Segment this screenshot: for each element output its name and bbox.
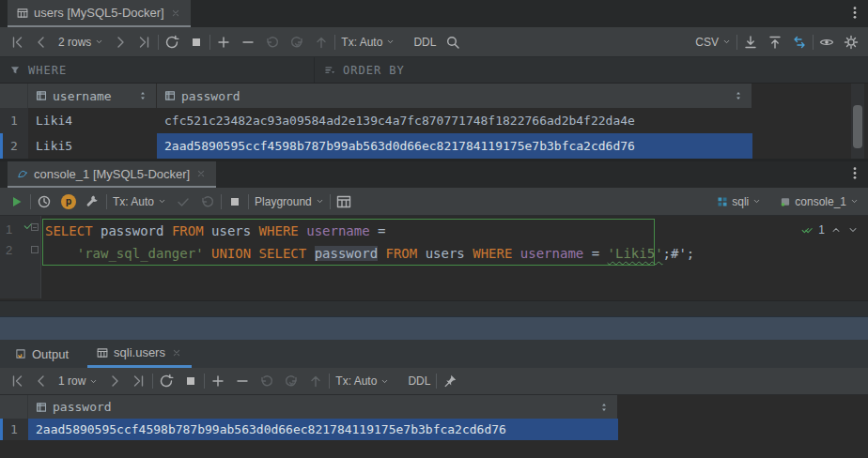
column-header-password[interactable]: password — [28, 395, 618, 419]
add-row-icon[interactable] — [210, 374, 225, 389]
where-filter-input[interactable]: WHERE — [0, 57, 314, 83]
ddl-button[interactable]: DDL — [408, 374, 430, 388]
row-number[interactable]: 1 — [0, 108, 28, 133]
last-page-icon[interactable] — [132, 374, 147, 389]
close-icon[interactable] — [171, 347, 182, 359]
row-number[interactable]: 2 — [0, 133, 28, 159]
gear-icon[interactable] — [844, 35, 859, 50]
tx-mode-dropdown[interactable]: Tx: Auto — [113, 195, 166, 208]
eye-icon[interactable] — [819, 35, 834, 50]
sort-updown-icon[interactable] — [137, 90, 148, 101]
cell-password-selected[interactable]: 2aad5890595ccf4598b787b99ab563d0d66ec821… — [28, 419, 618, 440]
tab-users-table[interactable]: users [MySQL5-Docker] — [8, 0, 191, 27]
tool-window-splitter[interactable] — [0, 316, 868, 340]
stop-icon — [227, 194, 242, 209]
sql-editor[interactable]: 1 2 SELECT password FROM users WHERE use… — [0, 216, 868, 300]
ddl-label: DDL — [408, 374, 430, 388]
output-grid-icon[interactable] — [336, 194, 351, 209]
table-icon — [17, 8, 28, 19]
users-data-grid: username password 1 Liki4 cfc521c23482ac… — [0, 84, 868, 159]
tab-console[interactable]: console_1 [MySQL5-Docker] — [8, 161, 216, 188]
cell-username[interactable]: Liki5 — [28, 133, 157, 159]
editor-footer-band — [0, 300, 868, 316]
vertical-scrollbar[interactable] — [851, 84, 864, 159]
next-page-icon[interactable] — [113, 35, 128, 50]
chevron-down-icon[interactable] — [847, 224, 859, 236]
run-play-icon[interactable] — [9, 194, 24, 209]
page-size-dropdown[interactable]: 2 rows — [58, 36, 103, 49]
sort-updown-icon[interactable] — [733, 90, 744, 101]
fold-marker[interactable] — [31, 246, 39, 253]
chevron-down-icon — [386, 38, 395, 46]
history-clock-icon[interactable] — [37, 194, 52, 209]
fold-marker[interactable] — [31, 223, 39, 231]
page-size-dropdown[interactable]: 1 row — [58, 374, 98, 388]
stop-icon — [189, 35, 204, 50]
submit-icon — [308, 374, 323, 389]
refresh-icon[interactable] — [159, 374, 174, 389]
console-tab-bar: console_1 [MySQL5-Docker] — [0, 161, 868, 188]
tab-options-kebab-icon[interactable] — [847, 166, 862, 184]
delete-row-icon[interactable] — [240, 35, 256, 50]
column-header-username[interactable]: username — [28, 84, 157, 108]
column-header-password[interactable]: password — [157, 84, 752, 108]
tab-options-kebab-icon[interactable] — [847, 5, 862, 23]
column-icon — [36, 402, 47, 413]
pin-icon[interactable] — [442, 374, 457, 389]
table-row: 1 2aad5890595ccf4598b787b99ab563d0d66ec8… — [0, 419, 868, 440]
ddl-button[interactable]: DDL — [413, 36, 436, 49]
search-icon[interactable] — [445, 35, 460, 50]
cell-username[interactable]: Liki4 — [28, 108, 157, 133]
cell-password[interactable]: cfc521c23482ac93a09584ad2e139c4a7fc87077… — [157, 108, 752, 133]
top-tab-bar: users [MySQL5-Docker] — [0, 0, 868, 27]
tx-mode-dropdown[interactable]: Tx: Auto — [335, 374, 389, 388]
prev-page-icon[interactable] — [34, 35, 49, 50]
grid-filter-row: WHERE ORDER BY — [0, 57, 868, 84]
cell-password-selected[interactable]: 2aad5890595ccf4598b787b99ab563d0d66ec821… — [157, 133, 752, 159]
delete-row-icon[interactable] — [235, 374, 250, 389]
sort-updown-icon[interactable] — [598, 402, 610, 413]
column-icon — [164, 90, 176, 101]
result-tab-bar: Output sqli.users — [0, 340, 868, 368]
download-icon[interactable] — [743, 35, 758, 50]
rollback-icon — [200, 194, 215, 209]
upload-icon[interactable] — [767, 35, 783, 50]
first-page-icon[interactable] — [9, 374, 24, 389]
refresh-icon[interactable] — [164, 35, 179, 50]
revert-icon — [289, 35, 304, 50]
chevron-up-icon[interactable] — [830, 224, 842, 236]
export-format-dropdown[interactable]: CSV — [695, 36, 731, 49]
order-by-filter-input[interactable]: ORDER BY — [314, 57, 405, 83]
code-area[interactable]: SELECT password FROM users WHERE usernam… — [45, 220, 868, 265]
row-number[interactable]: 1 — [0, 419, 28, 440]
next-page-icon[interactable] — [107, 374, 122, 389]
schema-label: sqli — [732, 195, 749, 208]
last-page-icon[interactable] — [137, 35, 152, 50]
column-label: password — [53, 400, 112, 414]
close-icon[interactable] — [170, 8, 181, 19]
first-page-icon[interactable] — [9, 35, 24, 50]
undo-icon — [265, 35, 280, 50]
add-row-icon[interactable] — [216, 35, 231, 50]
playground-dropdown[interactable]: Playground — [255, 195, 324, 208]
playground-label: Playground — [255, 195, 312, 208]
code-line: SELECT password FROM users WHERE usernam… — [45, 220, 868, 242]
order-by-placeholder: ORDER BY — [343, 64, 405, 77]
prev-page-icon[interactable] — [34, 374, 49, 389]
session-dropdown[interactable]: console_1 — [780, 195, 859, 208]
vertical-scrollbar-thumb[interactable] — [853, 105, 862, 148]
schema-dropdown[interactable]: sqli — [717, 195, 761, 208]
mysql-icon — [17, 168, 28, 179]
wrench-icon[interactable] — [85, 194, 101, 209]
close-icon[interactable] — [195, 168, 207, 179]
parameters-badge[interactable]: p — [61, 194, 76, 209]
tx-mode-dropdown[interactable]: Tx: Auto — [341, 36, 395, 49]
table-row: 2 Liki5 2aad5890595ccf4598b787b99ab563d0… — [0, 133, 868, 159]
result-count: 1 — [818, 223, 825, 237]
tab-output[interactable]: Output — [6, 340, 78, 368]
column-label: username — [53, 89, 112, 103]
compare-icon[interactable] — [792, 35, 807, 50]
code-line: 'raw_sql_danger' UNION SELECT password F… — [45, 242, 868, 265]
tab-result-sqli-users[interactable]: sqli.users — [87, 340, 192, 368]
double-check-icon — [801, 224, 813, 236]
